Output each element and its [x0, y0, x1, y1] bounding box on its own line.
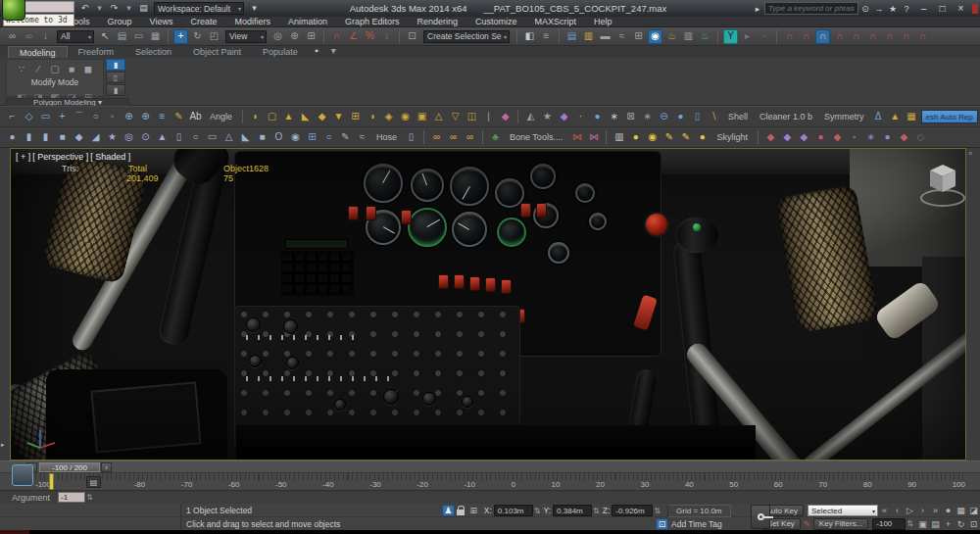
help-icon[interactable]: ?: [900, 2, 913, 15]
curve-editor[interactable]: ≈: [614, 29, 629, 44]
window-crossing-toggle[interactable]: ▦: [148, 29, 163, 44]
project-folder[interactable]: ▤: [137, 2, 150, 15]
extra-toggle-b[interactable]: ◦: [757, 29, 771, 44]
menu-modifiers[interactable]: Modifiers: [225, 17, 279, 26]
spring-primitive[interactable]: ≈: [355, 130, 369, 145]
bridge-tool[interactable]: ▣: [415, 110, 429, 124]
side-button-2[interactable]: ▯: [106, 72, 125, 83]
spindle-primitive[interactable]: ▯: [172, 130, 186, 145]
paint-tool[interactable]: ✎: [172, 110, 186, 124]
percent-snap-toggle[interactable]: %: [363, 29, 377, 44]
toggle-scene-explorer[interactable]: ▤: [564, 29, 579, 44]
flow-tool[interactable]: ◆: [498, 110, 513, 124]
menu-help[interactable]: Help: [585, 17, 621, 26]
workspace-menu-arrow[interactable]: ▾: [248, 2, 261, 15]
crossbox-tool[interactable]: ⊠: [623, 110, 638, 124]
undo-dropdown-arrow[interactable]: ▾: [93, 2, 106, 15]
render-production[interactable]: ♨: [698, 29, 712, 44]
menu-rendering[interactable]: Rendering: [409, 17, 467, 26]
circle-shape[interactable]: ○: [321, 130, 336, 145]
ribbon-tab-object-paint[interactable]: Object Paint: [182, 46, 252, 58]
capsule-primitive[interactable]: ▮: [22, 130, 36, 145]
go-to-start-icon[interactable]: «: [878, 505, 891, 516]
spin-tool[interactable]: △: [431, 110, 446, 124]
minimize-button[interactable]: –: [915, 2, 932, 15]
menu-graph-editors[interactable]: Graph Editors: [336, 17, 409, 26]
y-spinner[interactable]: ⇅: [593, 507, 600, 515]
quickslice-tool[interactable]: ◗: [248, 110, 263, 124]
mirror[interactable]: ◧: [522, 29, 537, 44]
viewcube[interactable]: [917, 157, 966, 214]
camera-tool-4[interactable]: ●: [813, 130, 828, 145]
bind-to-space-warp[interactable]: ↓: [38, 29, 53, 44]
current-frame-field[interactable]: -100: [872, 518, 906, 530]
menu-customize[interactable]: Customize: [466, 17, 526, 26]
chamferbox-primitive[interactable]: ◆: [72, 130, 86, 145]
wedge-primitive[interactable]: ◢: [88, 130, 103, 145]
keyboard-shortcut-icon[interactable]: ▤: [929, 518, 942, 530]
border-select-tool[interactable]: ⌐: [5, 110, 20, 124]
sphereb-tool[interactable]: ●: [673, 110, 688, 124]
extra-toggle-a[interactable]: ▸: [740, 29, 755, 44]
pan-hand-icon[interactable]: +: [942, 518, 955, 530]
chamfer-vertex-tool[interactable]: ◑: [365, 110, 379, 124]
direct-light[interactable]: ✎: [662, 130, 676, 145]
undo[interactable]: ↶: [78, 2, 91, 15]
select-and-move[interactable]: +: [173, 29, 188, 44]
absolute-offset-mode-icon[interactable]: ⊞: [467, 505, 480, 516]
camera-tool-6[interactable]: ◦: [847, 130, 861, 145]
vertex-subobject[interactable]: ∵: [15, 62, 29, 76]
key-filters-button[interactable]: Key Filters...: [813, 518, 868, 530]
time-forward-button[interactable]: ›: [101, 462, 112, 472]
rectangular-selection-region[interactable]: ▭: [131, 29, 146, 44]
ribbon-tab-modeling[interactable]: Modeling: [8, 46, 68, 58]
select-and-rotate[interactable]: ↻: [190, 29, 205, 44]
ribbon-config-icon[interactable]: ▪: [310, 43, 324, 58]
time-configuration-icon[interactable]: ▣: [916, 518, 929, 530]
snaps-toggle-3d[interactable]: ∩: [329, 29, 344, 44]
ring-select-tool[interactable]: ▭: [38, 110, 53, 124]
snap-magnet-6[interactable]: ∩: [865, 29, 880, 44]
bone-chain-tool[interactable]: ⋈: [569, 130, 584, 145]
edit-named-selection-sets[interactable]: ⊡: [405, 29, 419, 44]
mesh-auto-repair-button[interactable]: esh Auto Rep: [921, 110, 978, 123]
vase-primitive[interactable]: ▯: [404, 130, 418, 145]
select-and-scale[interactable]: ◰: [207, 29, 221, 44]
element-subobject[interactable]: ◼: [81, 62, 96, 76]
key-mode-toggle-icon[interactable]: ●: [942, 505, 955, 516]
viewport-menu-shading[interactable]: [ Shaded ]: [90, 152, 130, 162]
search-expand-icon[interactable]: ▸: [751, 2, 764, 15]
chamfer-edge-tool[interactable]: ⊞: [348, 110, 363, 124]
sky-pen-light[interactable]: ✎: [678, 130, 693, 145]
maximize-button[interactable]: □: [934, 2, 951, 15]
ribbon-tab-populate[interactable]: Populate: [252, 46, 309, 58]
graduate-tool[interactable]: ▲: [888, 110, 903, 124]
chain-link-c[interactable]: ∞: [463, 130, 477, 145]
viewport-menu-pov[interactable]: [ Perspective ]: [32, 152, 88, 162]
side-button-3[interactable]: ▮: [106, 84, 125, 96]
toggle-ribbon[interactable]: ▬: [598, 29, 612, 44]
spot-light[interactable]: ◉: [645, 130, 660, 145]
argument-field[interactable]: -1: [58, 492, 85, 503]
redo[interactable]: ↷: [108, 2, 121, 15]
favorites-star-icon[interactable]: ★: [886, 2, 900, 15]
extrude-tool[interactable]: ◣: [298, 110, 313, 124]
bone-edit-tool[interactable]: ⋈: [586, 130, 601, 145]
perspective-viewport[interactable]: [ + ] [ Perspective ] [ Shaded ] Total O…: [10, 148, 966, 461]
polygon-subobject[interactable]: ■: [65, 62, 79, 76]
snap-magnet-8[interactable]: ∩: [899, 29, 913, 44]
workspace-dropdown[interactable]: Workspace: Default: [154, 2, 244, 15]
bin-tool[interactable]: ▯: [690, 110, 705, 124]
camera-tool-5[interactable]: ◆: [830, 130, 845, 145]
mini-curve-editor-button[interactable]: [12, 464, 33, 486]
camera-tool-1[interactable]: ◆: [763, 130, 778, 145]
camera-tool-10[interactable]: ◇: [913, 130, 928, 145]
menu-maxscript[interactable]: MAXScript: [526, 17, 586, 26]
time-tag-camera-icon[interactable]: ⊡: [656, 518, 668, 530]
z-coordinate-field[interactable]: -0.926m: [612, 505, 653, 516]
key-set-dropdown[interactable]: Selected: [808, 505, 878, 516]
sphere-tool[interactable]: ●: [590, 110, 605, 124]
ribbon-tab-freeform[interactable]: Freeform: [68, 46, 125, 58]
snap-magnet-9[interactable]: ∩: [915, 29, 930, 44]
angle-snap-toggle[interactable]: ∠: [346, 29, 361, 44]
